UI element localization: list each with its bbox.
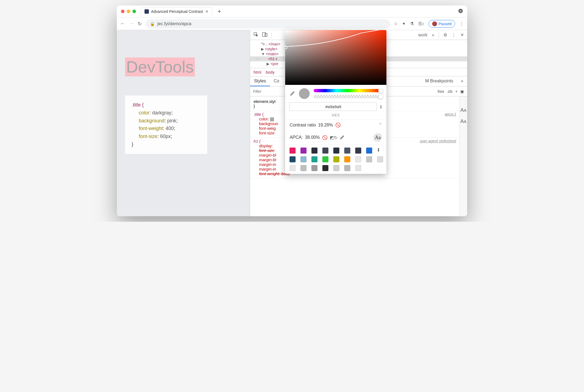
- palette-swatch[interactable]: [290, 156, 296, 162]
- collapse-triangle-icon[interactable]: ▼: [261, 52, 265, 56]
- palette-swatch[interactable]: [311, 156, 317, 162]
- palette-swatch[interactable]: [290, 148, 296, 154]
- address-bar[interactable]: 🔒 jec.fyi/demo/apca: [146, 19, 390, 28]
- color-picker: ▲▼ HEX Contrast ratio 19.28% 🚫 ⌃ APCA: 3…: [285, 30, 386, 174]
- kebab-menu-icon[interactable]: ⋮: [452, 32, 456, 38]
- fail-icon: 🚫: [335, 122, 341, 128]
- alpha-slider[interactable]: [314, 95, 382, 98]
- eyedropper-icon[interactable]: [290, 90, 295, 97]
- toggle-sidebar-icon[interactable]: ▣: [460, 89, 464, 94]
- swap-icon[interactable]: ◩↻: [330, 135, 337, 140]
- minimize-window-button[interactable]: [127, 10, 130, 13]
- close-window-button[interactable]: [121, 10, 125, 13]
- palette-swatch[interactable]: [300, 165, 307, 171]
- tab-dom-breakpoints-partial[interactable]: M Breakpoints: [421, 76, 457, 86]
- lock-icon: 🔒: [150, 22, 155, 26]
- color-palette: ▲▼: [285, 145, 386, 174]
- device-toggle-icon[interactable]: [262, 32, 268, 38]
- palette-swatch[interactable]: [366, 148, 372, 154]
- font-size-icon[interactable]: AA: [460, 119, 466, 124]
- color-swatch-icon[interactable]: [270, 117, 274, 121]
- font-size-icon[interactable]: AA: [460, 107, 466, 113]
- palette-swatch[interactable]: [322, 165, 328, 171]
- palette-swatch[interactable]: [377, 156, 383, 162]
- hex-input[interactable]: [290, 102, 377, 111]
- palette-swatch[interactable]: [300, 156, 307, 162]
- labs-icon[interactable]: ⚗: [410, 21, 414, 26]
- browser-tab[interactable]: Advanced Perceptual Contrast ✕: [141, 7, 212, 15]
- expand-triangle-icon[interactable]: ▶: [267, 62, 270, 66]
- new-rule-button[interactable]: +: [455, 89, 458, 94]
- contrast-ratio-row[interactable]: Contrast ratio 19.28% 🚫 ⌃: [285, 120, 386, 130]
- rendered-page: DevTools .title { color: darkgray; backg…: [117, 30, 250, 216]
- titlebar: Advanced Perceptual Contrast ✕ +: [117, 5, 467, 18]
- profile-paused-pill[interactable]: Paused: [429, 20, 455, 28]
- back-button[interactable]: ←: [120, 21, 125, 27]
- hue-slider[interactable]: [314, 89, 382, 92]
- color-cursor[interactable]: [285, 45, 288, 49]
- kebab-menu-icon[interactable]: ⋮: [459, 21, 464, 26]
- palette-swatch[interactable]: [290, 165, 296, 171]
- format-stepper[interactable]: ▲▼: [380, 105, 382, 109]
- chevron-down-icon[interactable]: [458, 8, 463, 15]
- extensions-icon[interactable]: ✦: [402, 21, 406, 26]
- breadcrumb-item[interactable]: body: [266, 70, 275, 74]
- close-tab-icon[interactable]: ✕: [205, 9, 209, 14]
- more-tabs-icon[interactable]: »: [457, 76, 467, 86]
- rule-source[interactable]: apca:1: [445, 112, 456, 116]
- palette-swatch[interactable]: [333, 156, 339, 162]
- close-icon[interactable]: ✕: [460, 32, 464, 38]
- styles-sidebar: AA AA: [459, 96, 467, 216]
- hex-label: HEX: [285, 113, 386, 119]
- palette-stepper[interactable]: ▲▼: [377, 148, 383, 154]
- browser-window: Advanced Perceptual Contrast ✕ + ← → ↻ 🔒…: [117, 5, 467, 216]
- expand-triangle-icon[interactable]: ▶: [261, 47, 264, 51]
- url-bar: ← → ↻ 🔒 jec.fyi/demo/apca ☆ ✦ ⚗ ☰♪ Pause…: [117, 18, 467, 30]
- palette-swatch[interactable]: [355, 165, 361, 171]
- tab-title: Advanced Perceptual Contrast: [151, 9, 203, 14]
- palette-swatch[interactable]: [300, 148, 307, 154]
- palette-swatch[interactable]: [344, 148, 350, 154]
- svg-rect-2: [262, 33, 266, 36]
- forward-button: →: [129, 21, 134, 27]
- fail-icon: 🚫: [322, 135, 328, 140]
- palette-swatch[interactable]: [344, 165, 350, 171]
- palette-swatch[interactable]: [344, 156, 350, 162]
- slider-knob[interactable]: [378, 94, 383, 99]
- page-code-block: .title { color: darkgray; background: pi…: [125, 96, 207, 154]
- gear-icon[interactable]: ⚙: [443, 32, 447, 38]
- rule-source: user agent stylesheet: [420, 139, 456, 143]
- palette-swatch[interactable]: [322, 148, 328, 154]
- reading-list-icon[interactable]: ☰♪: [418, 21, 424, 26]
- palette-swatch[interactable]: [333, 165, 339, 171]
- current-color-swatch: [299, 88, 310, 99]
- palette-swatch[interactable]: [322, 156, 328, 162]
- palette-swatch[interactable]: [333, 148, 339, 154]
- devtools-tab-partial[interactable]: work: [418, 33, 427, 38]
- chevron-up-icon[interactable]: ⌃: [378, 122, 382, 128]
- svg-rect-3: [265, 33, 267, 36]
- star-icon[interactable]: ☆: [394, 21, 398, 26]
- slider-knob[interactable]: [378, 88, 383, 93]
- maximize-window-button[interactable]: [132, 10, 136, 13]
- eyedropper-icon[interactable]: [340, 134, 345, 140]
- new-tab-button[interactable]: +: [218, 8, 221, 15]
- breadcrumb-item[interactable]: html: [253, 70, 261, 74]
- more-tabs-icon[interactable]: »: [432, 33, 434, 38]
- page-heading: DevTools: [125, 57, 195, 76]
- hov-toggle[interactable]: :hov: [437, 89, 444, 94]
- palette-swatch[interactable]: [311, 148, 317, 154]
- devtools-panel: work » ⚙ ⋮ ✕ ">…</nav> ▶<style> ▼<main> …: [250, 30, 467, 216]
- palette-swatch[interactable]: [355, 148, 361, 154]
- palette-swatch[interactable]: [355, 156, 361, 162]
- inspect-icon[interactable]: [253, 32, 258, 38]
- avatar: [432, 21, 437, 26]
- reload-button[interactable]: ↻: [138, 21, 142, 27]
- cls-toggle[interactable]: .cls: [447, 89, 453, 94]
- palette-swatch[interactable]: [311, 165, 317, 171]
- color-field[interactable]: [285, 30, 386, 85]
- tab-computed-partial[interactable]: Co: [270, 76, 283, 86]
- tab-styles[interactable]: Styles: [250, 76, 270, 86]
- palette-swatch[interactable]: [366, 156, 372, 162]
- ellipsis-icon[interactable]: ⋯: [256, 57, 259, 61]
